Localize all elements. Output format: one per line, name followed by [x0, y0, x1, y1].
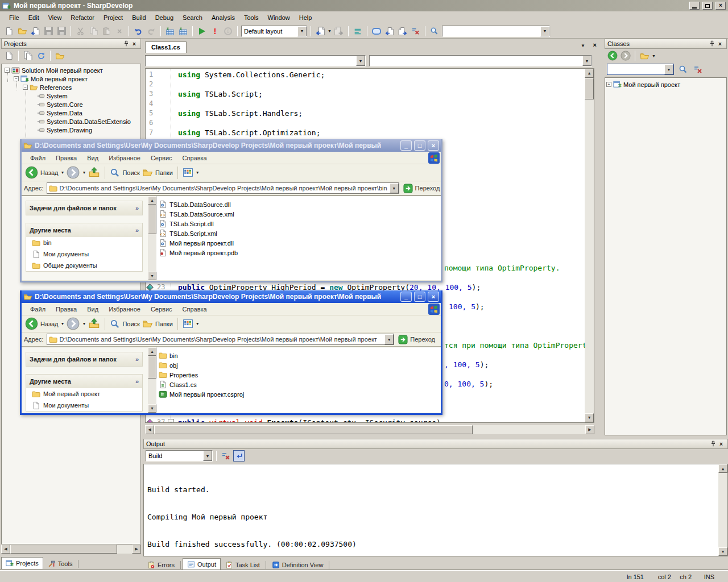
- word-wrap-button[interactable]: [233, 450, 245, 462]
- maximize-button[interactable]: □: [414, 292, 425, 302]
- go-button[interactable]: Переход: [397, 334, 439, 345]
- output-category-dropdown[interactable]: ▼: [203, 451, 212, 461]
- scroll-down-button[interactable]: ▼: [718, 547, 727, 556]
- close-tab-icon[interactable]: ×: [593, 41, 597, 48]
- menu-view[interactable]: Вид: [82, 305, 104, 314]
- editor-hscrollbar[interactable]: ◀ ▶: [145, 425, 594, 434]
- forward-dropdown[interactable]: ▼: [82, 322, 86, 326]
- folders-button[interactable]: Папки: [142, 167, 173, 178]
- properties-button[interactable]: [3, 50, 15, 61]
- menu-edit[interactable]: Правка: [51, 153, 82, 163]
- maximize-button[interactable]: □: [414, 140, 425, 151]
- scroll-down-button[interactable]: ▼: [148, 404, 156, 413]
- place-item[interactable]: Мои документы: [26, 400, 142, 411]
- scroll-track[interactable]: [473, 425, 585, 434]
- back-dropdown[interactable]: ▼: [61, 322, 65, 326]
- file-row[interactable]: Мой первый проект.csproj: [156, 389, 441, 399]
- collapse-icon[interactable]: −: [23, 85, 28, 90]
- scroll-thumb[interactable]: [154, 425, 473, 434]
- address-dropdown[interactable]: ▼: [390, 183, 399, 193]
- views-button[interactable]: [183, 318, 193, 329]
- nav-back-dropdown[interactable]: ▼: [328, 29, 332, 33]
- tree-node-reference[interactable]: System.Data.DataSetExtensio: [2, 117, 140, 126]
- place-item[interactable]: Общие документы: [26, 260, 142, 271]
- scroll-right-button[interactable]: ▶: [585, 425, 594, 434]
- menu-analysis[interactable]: Analysis: [207, 13, 239, 23]
- go-button[interactable]: Переход: [402, 183, 444, 194]
- tab-tools[interactable]: Tools: [44, 558, 77, 569]
- menu-debug[interactable]: Debug: [151, 13, 178, 23]
- file-row[interactable]: Мой первый проект.pdb: [156, 248, 441, 257]
- clear-output-button[interactable]: [220, 450, 231, 462]
- close-button[interactable]: ×: [428, 292, 439, 302]
- views-dropdown[interactable]: ▼: [196, 322, 200, 326]
- back-button[interactable]: [25, 166, 38, 179]
- chevron-up-icon[interactable]: »: [135, 378, 139, 385]
- stop-button[interactable]: !: [209, 26, 221, 37]
- pin-icon[interactable]: [122, 40, 130, 48]
- menu-favorites[interactable]: Избранное: [104, 153, 146, 163]
- search-button[interactable]: Поиск: [110, 168, 139, 178]
- members-combo-dropdown[interactable]: ▼: [582, 56, 592, 66]
- scroll-left-button[interactable]: ◀: [145, 425, 154, 434]
- classes-search-dropdown[interactable]: ▼: [664, 64, 673, 74]
- run-button[interactable]: [196, 26, 208, 37]
- search-combo[interactable]: ▼: [442, 26, 550, 37]
- search-button[interactable]: Поиск: [110, 319, 139, 329]
- sidebar-scrollbar[interactable]: ▲ ▼: [148, 347, 156, 413]
- address-combo[interactable]: D:\Documents and Settings\User\My Docume…: [47, 334, 395, 345]
- pin-icon[interactable]: [709, 440, 717, 448]
- comment-region-button[interactable]: [352, 26, 363, 37]
- forward-button[interactable]: [620, 50, 631, 61]
- minimize-button[interactable]: _: [400, 140, 412, 151]
- scroll-thumb[interactable]: [585, 78, 594, 99]
- menu-file[interactable]: File: [5, 13, 24, 23]
- scroll-right-button[interactable]: ▶: [132, 544, 141, 554]
- scroll-thumb[interactable]: [148, 356, 156, 379]
- open-solution-button[interactable]: [30, 26, 41, 37]
- profiler-button[interactable]: 0: [222, 26, 234, 37]
- back-button[interactable]: [25, 317, 38, 330]
- menu-service[interactable]: Сервис: [146, 305, 177, 314]
- scroll-thumb[interactable]: [148, 205, 156, 234]
- folder-filter-button[interactable]: [639, 50, 650, 61]
- up-button[interactable]: [88, 167, 100, 178]
- file-row[interactable]: TSLab.DataSource.xml: [156, 209, 441, 219]
- tree-node-references[interactable]: − References: [2, 83, 140, 92]
- pin-icon[interactable]: [708, 40, 716, 48]
- scroll-down-button[interactable]: ▼: [148, 272, 156, 280]
- explorer-window-project[interactable]: D:\Documents and Settings\User\My Docume…: [20, 290, 442, 415]
- menu-file[interactable]: Файл: [25, 305, 51, 314]
- file-tasks-header[interactable]: Задачи для файлов и папок »: [26, 201, 142, 215]
- menu-window[interactable]: Window: [263, 13, 295, 23]
- menu-file[interactable]: Файл: [25, 153, 51, 163]
- projects-hscrollbar[interactable]: ◀ ▶: [1, 544, 141, 554]
- back-button[interactable]: [607, 50, 618, 61]
- file-row[interactable]: TSLab.Script.xml: [156, 228, 441, 238]
- menu-tools[interactable]: Tools: [239, 13, 263, 23]
- forward-button[interactable]: [67, 317, 80, 330]
- chevron-down-icon[interactable]: »: [135, 356, 139, 363]
- file-row[interactable]: TSLab.DataSource.dll: [156, 199, 441, 209]
- redo-button[interactable]: [146, 26, 157, 37]
- save-button[interactable]: [43, 26, 54, 37]
- tree-node-project[interactable]: − Мой первый проект: [2, 74, 140, 83]
- place-item[interactable]: bin: [26, 237, 142, 248]
- nav-forward-button[interactable]: [333, 26, 345, 37]
- forward-dropdown[interactable]: ▼: [82, 171, 86, 174]
- tab-projects[interactable]: Projects: [1, 557, 43, 569]
- file-row[interactable]: Class1.cs: [156, 380, 441, 389]
- save-all-button[interactable]: [56, 26, 67, 37]
- menu-help[interactable]: Справка: [177, 305, 212, 314]
- tree-node-reference[interactable]: System.Core: [2, 100, 140, 109]
- minimize-button[interactable]: _: [400, 292, 412, 302]
- scroll-down-button[interactable]: ▼: [585, 413, 594, 422]
- back-label[interactable]: Назад: [40, 169, 59, 176]
- menu-edit[interactable]: Правка: [51, 305, 82, 314]
- address-dropdown[interactable]: ▼: [384, 334, 394, 344]
- scroll-up-button[interactable]: ▲: [148, 347, 156, 356]
- file-tasks-header[interactable]: Задачи для файлов и папок »: [26, 352, 142, 366]
- new-file-button[interactable]: [3, 26, 15, 37]
- tree-node-reference[interactable]: System.Drawing: [2, 126, 140, 134]
- other-places-header[interactable]: Другие места »: [26, 375, 142, 388]
